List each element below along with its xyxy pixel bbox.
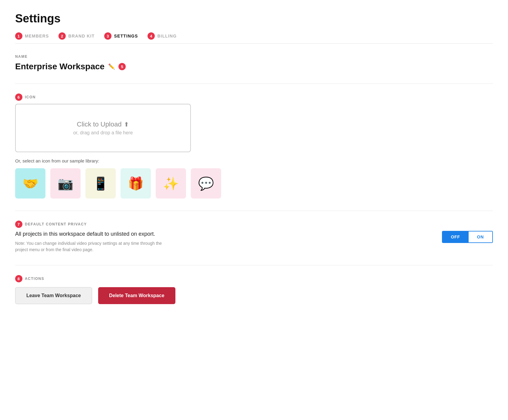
edit-name-icon[interactable]: ✏️ — [108, 63, 115, 70]
icon-tile-gift[interactable]: 🎁 — [121, 168, 151, 199]
tab-label-billing: BILLING — [157, 34, 177, 38]
upload-arrow-icon: ⬆ — [124, 121, 129, 128]
name-section-badge: 5 — [118, 63, 126, 70]
icon-section-label: 6 ICON — [15, 94, 493, 101]
tab-badge-members: 1 — [15, 32, 22, 40]
actions-section-label: 8 ACTIONS — [15, 275, 493, 282]
tab-badge-settings: 3 — [104, 32, 111, 40]
privacy-section-badge: 7 — [15, 221, 22, 228]
privacy-text-block: All projects in this workspace default t… — [15, 231, 167, 253]
upload-click-label: Click to Upload — [77, 120, 122, 128]
privacy-section-label: 7 DEFAULT CONTENT PRIVACY — [15, 221, 493, 228]
divider-3 — [15, 265, 493, 265]
actions-label-text: ACTIONS — [25, 277, 44, 281]
icon-section-badge: 6 — [15, 94, 22, 101]
page-title: Settings — [15, 12, 493, 25]
sample-library-label: Or, select an icon from our sample libra… — [15, 158, 493, 163]
workspace-name-row: Enterprise Workspace ✏️ 5 — [15, 62, 493, 71]
name-section-label: NAME — [15, 54, 493, 59]
icon-tile-camera[interactable]: 📷 — [50, 168, 81, 199]
leave-workspace-button[interactable]: Leave Team Workspace — [15, 287, 92, 304]
upload-sub-text: or, drag and drop a file here — [73, 130, 133, 136]
upload-main-text: Click to Upload ⬆ — [77, 120, 129, 128]
icon-tile-chat-sparkle[interactable]: ✨ — [156, 168, 186, 199]
name-section: NAME Enterprise Workspace ✏️ 5 — [15, 54, 493, 71]
tab-label-settings: SETTINGS — [114, 34, 138, 38]
actions-section-badge: 8 — [15, 275, 22, 282]
icon-tile-speech[interactable]: 💬 — [191, 168, 221, 199]
icon-label-text: ICON — [25, 95, 36, 99]
icon-tile-phone[interactable]: 📱 — [85, 168, 116, 199]
privacy-label-text: DEFAULT CONTENT PRIVACY — [25, 222, 87, 226]
divider-1 — [15, 84, 493, 84]
toggle-on-button[interactable]: ON — [469, 231, 492, 242]
tab-label-brand-kit: BRAND KIT — [68, 34, 95, 38]
icon-tile-handshake[interactable]: 🤝 — [15, 168, 45, 199]
tab-members[interactable]: 1 MEMBERS — [15, 32, 49, 40]
upload-box[interactable]: Click to Upload ⬆ or, drag and drop a fi… — [15, 104, 191, 152]
icon-grid: 🤝 📷 📱 🎁 ✨ 💬 — [15, 168, 493, 199]
tab-billing[interactable]: 4 BILLING — [148, 32, 177, 40]
tab-badge-billing: 4 — [148, 32, 155, 40]
privacy-description: All projects in this workspace default t… — [15, 231, 167, 237]
privacy-note: Note: You can change individual video pr… — [15, 240, 167, 253]
privacy-section: 7 DEFAULT CONTENT PRIVACY All projects i… — [15, 221, 493, 253]
divider-2 — [15, 211, 493, 211]
actions-section: 8 ACTIONS Leave Team Workspace Delete Te… — [15, 275, 493, 304]
name-label-text: NAME — [15, 54, 28, 59]
icon-section: 6 ICON Click to Upload ⬆ or, drag and dr… — [15, 94, 493, 199]
workspace-name: Enterprise Workspace — [15, 62, 105, 71]
tabs-nav: 1 MEMBERS 2 BRAND KIT 3 SETTINGS 4 BILLI… — [15, 32, 493, 44]
tab-label-members: MEMBERS — [25, 34, 49, 38]
privacy-row: All projects in this workspace default t… — [15, 231, 493, 253]
tab-badge-brand-kit: 2 — [58, 32, 66, 40]
tab-settings[interactable]: 3 SETTINGS — [104, 32, 138, 40]
delete-workspace-button[interactable]: Delete Team Workspace — [98, 287, 175, 304]
toggle-off-button[interactable]: OFF — [443, 231, 469, 242]
actions-row: Leave Team Workspace Delete Team Workspa… — [15, 287, 493, 304]
tab-brand-kit[interactable]: 2 BRAND KIT — [58, 32, 95, 40]
privacy-toggle-group: OFF ON — [442, 231, 493, 243]
